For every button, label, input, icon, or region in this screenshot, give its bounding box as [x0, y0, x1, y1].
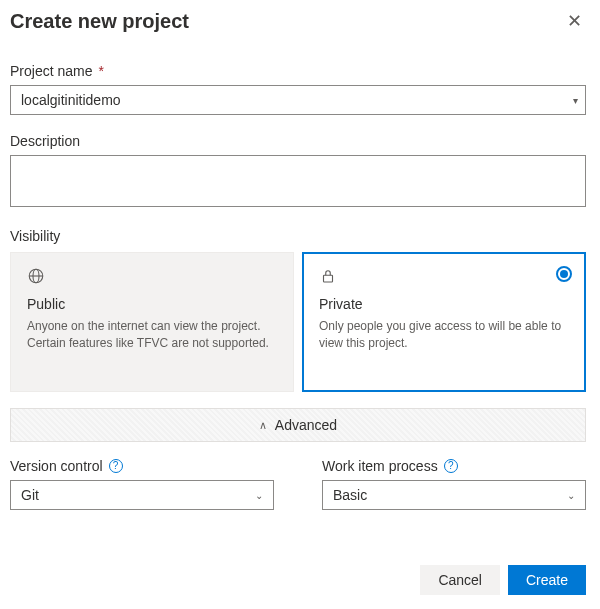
- work-item-process-group: Work item process ? Basic ⌄: [322, 458, 586, 510]
- visibility-label: Visibility: [10, 228, 586, 244]
- visibility-options: Public Anyone on the internet can view t…: [10, 252, 586, 392]
- advanced-label: Advanced: [275, 417, 337, 433]
- project-name-label: Project name *: [10, 63, 586, 79]
- close-icon[interactable]: ✕: [563, 10, 586, 32]
- version-control-select[interactable]: Git ⌄: [10, 480, 274, 510]
- description-label: Description: [10, 133, 586, 149]
- project-name-input[interactable]: [10, 85, 586, 115]
- help-icon[interactable]: ?: [444, 459, 458, 473]
- visibility-private-title: Private: [319, 296, 569, 312]
- work-item-process-label: Work item process ?: [322, 458, 586, 474]
- visibility-private-desc: Only people you give access to will be a…: [319, 318, 569, 352]
- svg-rect-3: [324, 275, 333, 282]
- chevron-down-icon: ⌄: [255, 490, 263, 501]
- chevron-up-icon: ∧: [259, 419, 267, 432]
- version-control-group: Version control ? Git ⌄: [10, 458, 274, 510]
- globe-icon: [27, 267, 277, 288]
- required-indicator: *: [98, 63, 103, 79]
- chevron-down-icon: ⌄: [567, 490, 575, 501]
- project-name-group: Project name * ▾: [10, 63, 586, 115]
- radio-selected-icon: [556, 266, 572, 282]
- visibility-option-public[interactable]: Public Anyone on the internet can view t…: [10, 252, 294, 392]
- description-group: Description: [10, 133, 586, 210]
- description-input[interactable]: [10, 155, 586, 207]
- help-icon[interactable]: ?: [109, 459, 123, 473]
- dialog-title: Create new project: [10, 10, 189, 33]
- work-item-process-select[interactable]: Basic ⌄: [322, 480, 586, 510]
- dialog-header: Create new project ✕: [10, 10, 586, 33]
- visibility-public-desc: Anyone on the internet can view the proj…: [27, 318, 277, 352]
- advanced-toggle[interactable]: ∧ Advanced: [10, 408, 586, 442]
- visibility-option-private[interactable]: Private Only people you give access to w…: [302, 252, 586, 392]
- dialog-footer: Cancel Create: [420, 565, 586, 595]
- visibility-public-title: Public: [27, 296, 277, 312]
- lock-icon: [319, 267, 569, 288]
- version-control-label: Version control ?: [10, 458, 274, 474]
- project-name-input-wrap: ▾: [10, 85, 586, 115]
- version-control-value: Git: [21, 487, 39, 503]
- advanced-section: Version control ? Git ⌄ Work item proces…: [10, 458, 586, 510]
- cancel-button[interactable]: Cancel: [420, 565, 500, 595]
- work-item-process-value: Basic: [333, 487, 367, 503]
- create-button[interactable]: Create: [508, 565, 586, 595]
